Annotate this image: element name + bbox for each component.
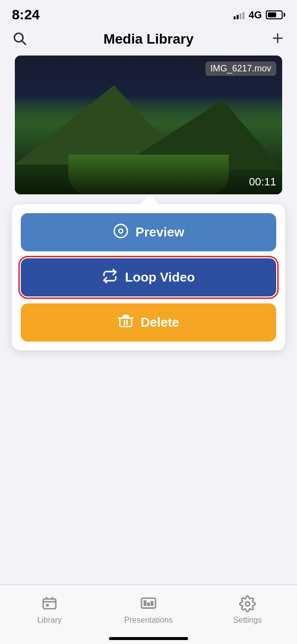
svg-point-0 [14,33,23,42]
status-time: 8:24 [12,7,40,23]
tab-settings[interactable]: Settings [198,585,297,634]
popup-menu: Preview Loop Video [12,204,285,351]
popup-arrow [141,194,158,204]
page-title: Media Library [103,31,194,47]
preview-icon [113,223,129,241]
delete-label: Delete [141,315,179,330]
video-filename: IMG_6217.mov [205,61,276,76]
delete-button[interactable]: Delete [21,303,276,342]
tab-presentations[interactable]: Presentations [99,585,198,634]
search-icon[interactable] [12,31,27,48]
video-frame [15,56,282,194]
svg-rect-14 [147,602,150,606]
svg-rect-11 [46,604,49,607]
tab-settings-label: Settings [233,616,262,625]
add-icon[interactable] [270,31,285,48]
loop-label: Loop Video [125,270,195,285]
library-icon [41,595,58,613]
status-bar: 8:24 4G [0,0,297,27]
tab-library-label: Library [38,616,62,625]
svg-line-1 [22,41,25,44]
delete-icon [118,313,134,332]
battery-icon [266,10,285,19]
presentations-icon [140,595,157,613]
header: Media Library [0,27,297,56]
video-duration: 00:11 [249,176,276,188]
svg-rect-15 [150,601,153,606]
loop-video-button[interactable]: Loop Video [21,258,276,296]
settings-icon [239,595,256,613]
signal-icon [234,10,245,19]
tab-library[interactable]: Library [0,585,99,634]
status-icons: 4G [234,9,285,21]
svg-point-16 [246,601,250,606]
popup-menu-container: Preview Loop Video [12,194,285,351]
preview-button[interactable]: Preview [21,213,276,251]
svg-rect-10 [43,599,56,609]
network-type: 4G [248,9,262,21]
preview-label: Preview [136,225,184,240]
svg-point-6 [119,230,122,232]
svg-rect-7 [120,318,132,326]
tab-presentations-label: Presentations [124,616,173,625]
svg-rect-13 [144,600,147,605]
video-thumbnail: IMG_6217.mov 00:11 [15,56,282,194]
tab-bar: Library Presentations Settings [0,585,297,644]
home-indicator [109,637,188,640]
loop-icon [102,268,118,287]
